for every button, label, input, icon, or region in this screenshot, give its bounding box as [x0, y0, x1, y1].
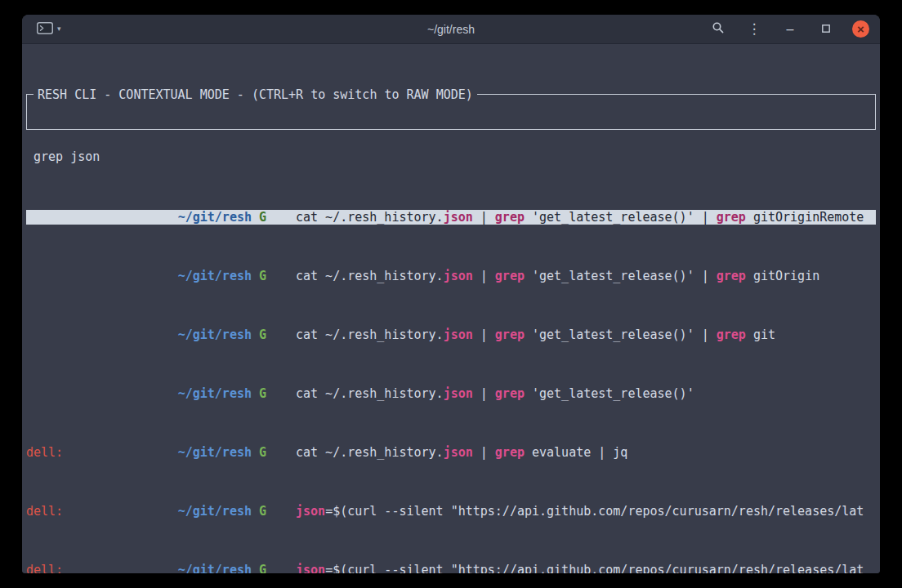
- terminal-icon: [37, 22, 53, 37]
- directory-label: ~/git/resh: [178, 386, 252, 401]
- history-row[interactable]: ~/git/resh G cat ~/.resh_history.json | …: [26, 269, 876, 283]
- git-flag: G: [259, 327, 266, 342]
- flags-cell: G: [252, 386, 296, 401]
- chevron-down-icon: ▾: [57, 25, 61, 33]
- git-flag: G: [259, 563, 266, 573]
- search-query[interactable]: grep json: [33, 149, 869, 164]
- history-row[interactable]: ~/git/resh G cat ~/.resh_history.json | …: [26, 327, 876, 342]
- git-flag: G: [259, 386, 266, 401]
- directory-label: ~/git/resh: [178, 563, 252, 573]
- flags-cell: G: [252, 445, 296, 460]
- close-icon: ×: [857, 22, 864, 36]
- location-cell: dell:~/git/resh: [26, 504, 252, 519]
- history-row[interactable]: ~/git/resh G cat ~/.resh_history.json | …: [26, 386, 876, 401]
- location-cell: dell:~/git/resh: [26, 445, 252, 460]
- command-text: cat ~/.resh_history.json | grep evaluate…: [296, 445, 876, 460]
- command-text: cat ~/.resh_history.json | grep 'get_lat…: [296, 327, 876, 342]
- history-row[interactable]: dell:~/git/resh G cat ~/.resh_history.js…: [26, 445, 876, 460]
- resh-header-box: RESH CLI - CONTEXTUAL MODE - (CTRL+R to …: [26, 94, 876, 130]
- directory-label: ~/git/resh: [178, 504, 252, 519]
- flags-cell: G: [252, 563, 296, 573]
- minimize-icon: –: [787, 23, 794, 36]
- history-row[interactable]: dell:~/git/resh G json=$(curl --silent "…: [26, 563, 876, 573]
- kebab-menu-icon: ⋮: [748, 22, 761, 36]
- host-label: dell:: [26, 445, 63, 460]
- location-cell: ~/git/resh: [26, 210, 252, 225]
- directory-label: ~/git/resh: [178, 445, 252, 460]
- flags-cell: G: [252, 327, 296, 342]
- git-flag: G: [259, 445, 266, 460]
- host-label: dell:: [26, 504, 63, 519]
- restore-button[interactable]: [816, 20, 836, 39]
- history-list: ~/git/resh G cat ~/.resh_history.json | …: [26, 180, 876, 573]
- history-row[interactable]: dell:~/git/resh G json=$(curl --silent "…: [26, 504, 876, 519]
- git-flag: G: [259, 269, 266, 283]
- location-cell: ~/git/resh: [26, 269, 252, 283]
- history-row[interactable]: ~/git/resh G cat ~/.resh_history.json | …: [26, 210, 876, 225]
- command-text: cat ~/.resh_history.json | grep 'get_lat…: [296, 386, 876, 401]
- search-button[interactable]: [708, 20, 728, 39]
- git-flag: G: [259, 504, 266, 519]
- flags-cell: G: [252, 504, 296, 519]
- directory-label: ~/git/resh: [178, 269, 252, 283]
- terminal-window: ▾ ~/git/resh ⋮ –: [22, 15, 880, 573]
- minimize-button[interactable]: –: [780, 20, 800, 39]
- command-text: cat ~/.resh_history.json | grep 'get_lat…: [296, 210, 876, 225]
- new-terminal-button[interactable]: ▾: [33, 20, 65, 38]
- mode-title: RESH CLI - CONTEXTUAL MODE - (CTRL+R to …: [33, 87, 477, 102]
- search-icon: [712, 21, 725, 37]
- command-text: json=$(curl --silent "https://api.github…: [296, 504, 876, 519]
- menu-button[interactable]: ⋮: [744, 20, 764, 39]
- titlebar[interactable]: ▾ ~/git/resh ⋮ –: [22, 15, 880, 44]
- host-label: dell:: [26, 563, 63, 573]
- location-cell: ~/git/resh: [26, 327, 252, 342]
- directory-label: ~/git/resh: [178, 327, 252, 342]
- restore-icon: [821, 23, 831, 36]
- flags-cell: G: [252, 210, 296, 225]
- location-cell: ~/git/resh: [26, 386, 252, 401]
- location-cell: dell:~/git/resh: [26, 563, 252, 573]
- command-text: json=$(curl --silent "https://api.github…: [296, 563, 876, 573]
- directory-label: ~/git/resh: [178, 210, 252, 225]
- flags-cell: G: [252, 269, 296, 283]
- terminal-content: RESH CLI - CONTEXTUAL MODE - (CTRL+R to …: [22, 45, 880, 573]
- git-flag: G: [259, 210, 266, 225]
- command-text: cat ~/.resh_history.json | grep 'get_lat…: [296, 269, 876, 283]
- close-button[interactable]: ×: [852, 20, 869, 38]
